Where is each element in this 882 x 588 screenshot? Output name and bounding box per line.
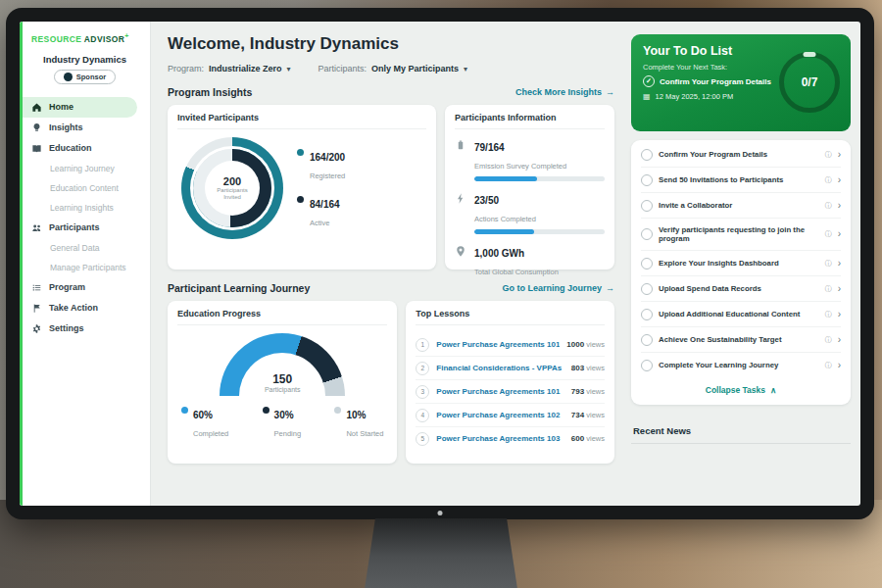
bulb-icon bbox=[31, 122, 42, 133]
task-checkbox[interactable] bbox=[641, 309, 653, 320]
check-icon: ✓ bbox=[643, 75, 655, 87]
participants-filter[interactable]: Participants: Only My Participants ▾ bbox=[318, 64, 468, 74]
lesson-row: 4 Power Purchase Agreements 102 734 view… bbox=[416, 404, 605, 427]
info-icon[interactable]: ⓘ bbox=[825, 229, 832, 239]
lesson-views-value: 1000 bbox=[566, 340, 584, 349]
brand-plus: + bbox=[124, 32, 129, 39]
chevron-right-icon[interactable]: › bbox=[838, 259, 841, 269]
sponsor-badge-label: Sponsor bbox=[76, 73, 106, 81]
invited-participants-card: Invited Participants 200 Participants In… bbox=[168, 105, 436, 270]
lesson-row: 3 Power Purchase Agreements 101 793 view… bbox=[416, 380, 605, 404]
task-label: Achieve One Sustainability Target bbox=[659, 335, 817, 345]
program-filter[interactable]: Program: Industrialize Zero ▾ bbox=[168, 64, 291, 74]
lesson-link[interactable]: Financial Considerations - VPPAs bbox=[436, 364, 564, 372]
sidebar-item-manage-participants[interactable]: Manage Participants bbox=[20, 258, 150, 277]
info-icon[interactable]: ⓘ bbox=[825, 201, 832, 211]
task-checkbox[interactable] bbox=[641, 174, 653, 186]
info-icon[interactable]: ⓘ bbox=[825, 175, 832, 185]
sidebar-item-settings[interactable]: Settings bbox=[20, 318, 150, 339]
task-row[interactable]: Invite a Collaborator ⓘ › bbox=[641, 193, 841, 219]
people-icon bbox=[31, 222, 42, 233]
chevron-right-icon[interactable]: › bbox=[838, 310, 841, 319]
lesson-link[interactable]: Power Purchase Agreements 102 bbox=[436, 411, 564, 419]
lesson-link[interactable]: Power Purchase Agreements 101 bbox=[436, 340, 560, 349]
sidebar-item-learning-insights[interactable]: Learning Insights bbox=[20, 198, 150, 218]
task-row[interactable]: Complete Your Learning Journey ⓘ › bbox=[641, 353, 841, 377]
info-icon[interactable]: ⓘ bbox=[825, 150, 832, 160]
todo-progress-ring: 0/7 bbox=[779, 52, 840, 113]
task-checkbox[interactable] bbox=[641, 334, 653, 346]
legend-value: 30% bbox=[274, 410, 294, 420]
info-icon[interactable]: ⓘ bbox=[825, 335, 832, 345]
chevron-right-icon[interactable]: › bbox=[838, 284, 841, 294]
monitor-frame: RESOURCE ADVISOR+ Industry Dynamics Spon… bbox=[6, 8, 874, 519]
lesson-link[interactable]: Power Purchase Agreements 103 bbox=[436, 434, 564, 443]
program-filter-value: Industrialize Zero bbox=[209, 64, 282, 74]
go-to-learning-journey-link[interactable]: Go to Learning Journey → bbox=[502, 283, 614, 293]
org-block: Industry Dynamics Sponsor bbox=[20, 54, 150, 85]
info-icon[interactable]: ⓘ bbox=[825, 259, 832, 269]
sidebar-item-program[interactable]: Program bbox=[20, 277, 150, 298]
power-led bbox=[438, 511, 443, 515]
task-row[interactable]: Explore Your Insights Dashboard ⓘ › bbox=[641, 251, 841, 276]
chevron-right-icon[interactable]: › bbox=[838, 335, 841, 345]
lesson-link[interactable]: Power Purchase Agreements 101 bbox=[436, 387, 564, 396]
task-checkbox[interactable] bbox=[641, 149, 653, 161]
info-icon[interactable]: ⓘ bbox=[825, 284, 832, 294]
sponsor-badge[interactable]: Sponsor bbox=[54, 70, 116, 84]
legend-value: 10% bbox=[346, 410, 366, 420]
invited-legend: 164/200 Registered 84/164 Active bbox=[297, 147, 345, 229]
sidebar-item-label: Learning Insights bbox=[50, 203, 114, 213]
collapse-tasks-link[interactable]: Collapse Tasks ∧ bbox=[641, 377, 841, 403]
task-checkbox[interactable] bbox=[641, 258, 653, 270]
sidebar-item-education-content[interactable]: Education Content bbox=[20, 178, 150, 198]
chevron-right-icon[interactable]: › bbox=[838, 150, 841, 160]
sidebar-item-home[interactable]: Home bbox=[20, 97, 137, 118]
sidebar-item-label: Take Action bbox=[49, 303, 98, 313]
flag-icon bbox=[31, 303, 42, 314]
lesson-rank: 3 bbox=[416, 385, 429, 399]
check-more-insights-link[interactable]: Check More Insights → bbox=[515, 87, 614, 97]
task-checkbox[interactable] bbox=[641, 228, 653, 240]
link-label: Go to Learning Journey bbox=[502, 283, 602, 293]
task-checkbox[interactable] bbox=[641, 200, 653, 212]
invited-donut-center: 200 Participants Invited bbox=[205, 161, 260, 216]
lesson-views-value: 793 bbox=[571, 387, 584, 396]
actions-progress-track bbox=[474, 229, 605, 234]
sidebar-item-participants[interactable]: Participants bbox=[20, 218, 150, 238]
sidebar-item-general-data[interactable]: General Data bbox=[20, 238, 150, 258]
task-row[interactable]: Confirm Your Program Details ⓘ › bbox=[641, 142, 841, 168]
todo-task-list: Confirm Your Program Details ⓘ › Send 50… bbox=[631, 140, 851, 405]
info-icon[interactable]: ⓘ bbox=[825, 361, 832, 370]
main-content: Welcome, Industry Dynamics Program: Indu… bbox=[151, 22, 627, 506]
legend-dot-pending bbox=[263, 407, 270, 414]
sidebar-item-insights[interactable]: Insights bbox=[20, 118, 150, 138]
task-row[interactable]: Upload Additional Educational Content ⓘ … bbox=[641, 302, 841, 327]
org-name: Industry Dynamics bbox=[20, 54, 150, 65]
sidebar-item-learning-journey[interactable]: Learning Journey bbox=[20, 159, 150, 178]
sidebar-item-take-action[interactable]: Take Action bbox=[20, 298, 150, 318]
sidebar-item-education[interactable]: Education bbox=[20, 138, 150, 159]
task-row[interactable]: Send 50 Invitations to Participants ⓘ › bbox=[641, 168, 841, 193]
program-filter-label: Program: bbox=[168, 64, 204, 74]
chevron-down-icon: ▾ bbox=[287, 65, 291, 74]
legend-value: 84/164 bbox=[310, 199, 340, 210]
info-icon[interactable]: ⓘ bbox=[825, 310, 832, 319]
legend-active: 84/164 Active bbox=[297, 194, 345, 229]
info-value: 79/164 bbox=[474, 142, 505, 153]
chevron-right-icon[interactable]: › bbox=[838, 361, 841, 370]
task-row[interactable]: Achieve One Sustainability Target ⓘ › bbox=[641, 327, 841, 353]
chevron-right-icon[interactable]: › bbox=[838, 229, 841, 239]
recent-news-title: Recent News bbox=[633, 425, 691, 436]
legend-label: Not Started bbox=[346, 429, 383, 438]
chevron-right-icon[interactable]: › bbox=[838, 201, 841, 211]
brand-advisor: ADVISOR bbox=[84, 34, 125, 44]
todo-due-label: 12 May 2025, 12:00 PM bbox=[656, 92, 734, 101]
task-row[interactable]: Verify participants requesting to join t… bbox=[641, 219, 841, 251]
task-row[interactable]: Upload Spend Data Records ⓘ › bbox=[641, 276, 841, 302]
gauge-label: Participants bbox=[177, 386, 387, 393]
task-checkbox[interactable] bbox=[641, 283, 653, 295]
top-lessons-card: Top Lessons 1 Power Purchase Agreements … bbox=[406, 301, 614, 464]
task-checkbox[interactable] bbox=[641, 360, 653, 371]
chevron-right-icon[interactable]: › bbox=[838, 175, 841, 185]
